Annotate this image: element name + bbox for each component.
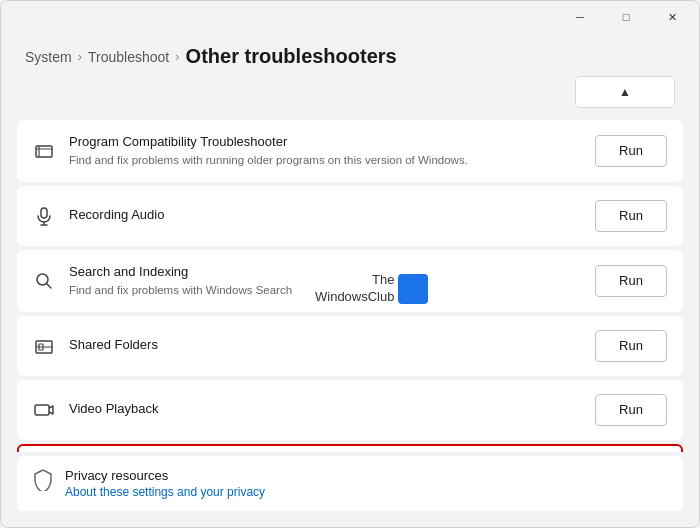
privacy-title: Privacy resources xyxy=(65,468,265,483)
video-playback-icon xyxy=(33,400,55,420)
content-area: System › Troubleshoot › Other troublesho… xyxy=(1,33,699,527)
svg-rect-3 xyxy=(41,208,47,218)
page-title: Other troubleshooters xyxy=(186,45,397,68)
video-playback-text: Video Playback xyxy=(69,401,581,418)
search-indexing-text: Search and Indexing Find and fix problem… xyxy=(69,264,581,298)
item-recording-audio: Recording Audio Run xyxy=(17,186,683,246)
recording-audio-title: Recording Audio xyxy=(69,207,581,224)
run-recording-audio-button[interactable]: Run xyxy=(595,200,667,232)
privacy-section: Privacy resources About these settings a… xyxy=(17,456,683,511)
program-compatibility-icon xyxy=(33,141,55,161)
run-program-compatibility-button[interactable]: Run xyxy=(595,135,667,167)
shared-folders-icon xyxy=(33,336,55,356)
breadcrumb-system[interactable]: System xyxy=(25,49,72,65)
window-controls: ─ □ ✕ xyxy=(557,1,695,33)
run-video-playback-button[interactable]: Run xyxy=(595,394,667,426)
privacy-link[interactable]: About these settings and your privacy xyxy=(65,485,265,499)
privacy-shield-icon xyxy=(33,469,53,496)
title-bar: ─ □ ✕ xyxy=(1,1,699,33)
recording-audio-icon xyxy=(33,206,55,226)
breadcrumb-sep-2: › xyxy=(175,49,179,64)
item-shared-folders: Shared Folders Run xyxy=(17,316,683,376)
troubleshooters-list: Program Compatibility Troubleshooter Fin… xyxy=(1,120,699,452)
program-compatibility-title: Program Compatibility Troubleshooter xyxy=(69,134,581,151)
item-search-indexing: Search and Indexing Find and fix problem… xyxy=(17,250,683,312)
search-indexing-desc: Find and fix problems with Windows Searc… xyxy=(69,283,581,298)
restore-button[interactable]: □ xyxy=(603,1,649,33)
program-compatibility-desc: Find and fix problems with running older… xyxy=(69,153,581,168)
search-indexing-icon xyxy=(33,271,55,291)
close-button[interactable]: ✕ xyxy=(649,1,695,33)
breadcrumb: System › Troubleshoot › Other troublesho… xyxy=(1,33,699,76)
breadcrumb-troubleshoot[interactable]: Troubleshoot xyxy=(88,49,169,65)
minimize-button[interactable]: ─ xyxy=(557,1,603,33)
run-shared-folders-button[interactable]: Run xyxy=(595,330,667,362)
shared-folders-title: Shared Folders xyxy=(69,337,581,354)
scroll-top-button[interactable]: ▲ xyxy=(575,76,675,108)
program-compatibility-text: Program Compatibility Troubleshooter Fin… xyxy=(69,134,581,168)
breadcrumb-sep-1: › xyxy=(78,49,82,64)
item-video-playback: Video Playback Run xyxy=(17,380,683,440)
video-playback-title: Video Playback xyxy=(69,401,581,418)
svg-rect-11 xyxy=(35,405,49,415)
item-windows-store-apps: Windows Store Apps Run xyxy=(17,444,683,452)
recording-audio-text: Recording Audio xyxy=(69,207,581,224)
run-search-indexing-button[interactable]: Run xyxy=(595,265,667,297)
settings-window: ─ □ ✕ System › Troubleshoot › Other trou… xyxy=(0,0,700,528)
item-program-compatibility: Program Compatibility Troubleshooter Fin… xyxy=(17,120,683,182)
search-indexing-title: Search and Indexing xyxy=(69,264,581,281)
svg-line-7 xyxy=(47,283,52,288)
shared-folders-text: Shared Folders xyxy=(69,337,581,354)
privacy-text: Privacy resources About these settings a… xyxy=(65,468,265,499)
scroll-row: ▲ xyxy=(1,76,699,120)
